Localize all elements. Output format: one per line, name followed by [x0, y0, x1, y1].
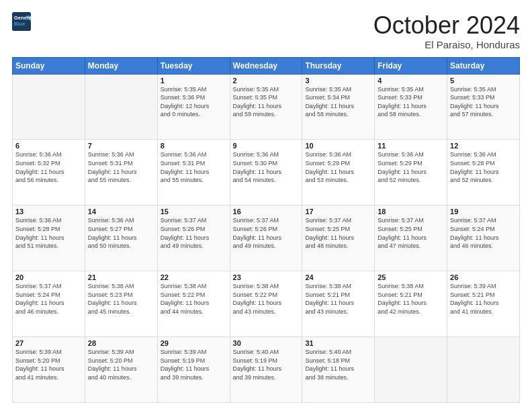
- day-number: 29: [161, 339, 227, 347]
- calendar-cell: 13Sunrise: 5:36 AMSunset: 5:28 PMDayligh…: [13, 205, 85, 271]
- calendar-cell: 29Sunrise: 5:39 AMSunset: 5:19 PMDayligh…: [157, 337, 230, 403]
- title-block: October 2024 El Paraiso, Honduras: [373, 12, 520, 50]
- day-info: Sunrise: 5:38 AMSunset: 5:22 PMDaylight:…: [161, 282, 227, 316]
- calendar-cell: 26Sunrise: 5:39 AMSunset: 5:21 PMDayligh…: [447, 271, 520, 337]
- day-number: 31: [305, 339, 371, 347]
- week-row-5: 27Sunrise: 5:39 AMSunset: 5:20 PMDayligh…: [13, 337, 520, 403]
- week-row-4: 20Sunrise: 5:37 AMSunset: 5:24 PMDayligh…: [13, 271, 520, 337]
- header-friday: Friday: [375, 57, 447, 74]
- day-number: 21: [88, 273, 154, 281]
- calendar-cell: 19Sunrise: 5:37 AMSunset: 5:24 PMDayligh…: [447, 205, 520, 271]
- day-number: 27: [15, 339, 82, 347]
- calendar-cell: 4Sunrise: 5:35 AMSunset: 5:33 PMDaylight…: [375, 74, 447, 140]
- day-number: 2: [233, 77, 300, 85]
- day-info: Sunrise: 5:36 AMSunset: 5:29 PMDaylight:…: [305, 150, 371, 184]
- day-number: 10: [305, 142, 371, 150]
- calendar-cell: 15Sunrise: 5:37 AMSunset: 5:26 PMDayligh…: [157, 205, 230, 271]
- day-info: Sunrise: 5:36 AMSunset: 5:29 PMDaylight:…: [378, 150, 444, 184]
- day-number: 5: [450, 77, 517, 85]
- day-info: Sunrise: 5:36 AMSunset: 5:28 PMDaylight:…: [15, 216, 82, 250]
- calendar-cell: 30Sunrise: 5:40 AMSunset: 5:19 PMDayligh…: [230, 337, 302, 403]
- day-number: 4: [378, 77, 444, 85]
- day-number: 9: [233, 142, 300, 150]
- calendar-cell: 23Sunrise: 5:38 AMSunset: 5:22 PMDayligh…: [230, 271, 302, 337]
- day-info: Sunrise: 5:37 AMSunset: 5:25 PMDaylight:…: [378, 216, 444, 250]
- month-title: October 2024: [373, 12, 520, 39]
- day-number: 28: [88, 339, 154, 347]
- day-info: Sunrise: 5:35 AMSunset: 5:34 PMDaylight:…: [305, 85, 371, 119]
- calendar-cell: 17Sunrise: 5:37 AMSunset: 5:25 PMDayligh…: [302, 205, 375, 271]
- day-info: Sunrise: 5:39 AMSunset: 5:19 PMDaylight:…: [161, 348, 227, 381]
- calendar-cell: 16Sunrise: 5:37 AMSunset: 5:26 PMDayligh…: [230, 205, 302, 271]
- calendar-table: Sunday Monday Tuesday Wednesday Thursday…: [12, 57, 520, 403]
- day-info: Sunrise: 5:38 AMSunset: 5:21 PMDaylight:…: [378, 282, 444, 316]
- calendar-cell: 21Sunrise: 5:38 AMSunset: 5:23 PMDayligh…: [85, 271, 157, 337]
- header-sunday: Sunday: [13, 57, 85, 74]
- day-number: 7: [88, 142, 154, 150]
- calendar-cell: 5Sunrise: 5:35 AMSunset: 5:33 PMDaylight…: [447, 74, 520, 140]
- calendar-cell: [375, 337, 447, 403]
- day-info: Sunrise: 5:40 AMSunset: 5:19 PMDaylight:…: [233, 348, 300, 381]
- calendar-cell: 2Sunrise: 5:35 AMSunset: 5:35 PMDaylight…: [230, 74, 302, 140]
- day-info: Sunrise: 5:39 AMSunset: 5:21 PMDaylight:…: [450, 282, 517, 316]
- day-number: 30: [233, 339, 300, 347]
- logo: General Blue: [12, 12, 34, 31]
- day-info: Sunrise: 5:36 AMSunset: 5:31 PMDaylight:…: [161, 150, 227, 184]
- day-info: Sunrise: 5:40 AMSunset: 5:18 PMDaylight:…: [305, 348, 371, 381]
- calendar-cell: 7Sunrise: 5:36 AMSunset: 5:31 PMDaylight…: [85, 140, 157, 205]
- calendar-cell: 9Sunrise: 5:36 AMSunset: 5:30 PMDaylight…: [230, 140, 302, 205]
- day-number: 15: [161, 208, 227, 216]
- calendar-cell: 11Sunrise: 5:36 AMSunset: 5:29 PMDayligh…: [375, 140, 447, 205]
- calendar-cell: 12Sunrise: 5:36 AMSunset: 5:28 PMDayligh…: [447, 140, 520, 205]
- day-number: 18: [378, 208, 444, 216]
- calendar-cell: [447, 337, 520, 403]
- day-info: Sunrise: 5:35 AMSunset: 5:33 PMDaylight:…: [378, 85, 444, 119]
- location-subtitle: El Paraiso, Honduras: [373, 39, 520, 50]
- day-info: Sunrise: 5:37 AMSunset: 5:24 PMDaylight:…: [15, 282, 82, 316]
- day-number: 14: [88, 208, 154, 216]
- week-row-2: 6Sunrise: 5:36 AMSunset: 5:32 PMDaylight…: [13, 140, 520, 205]
- calendar-cell: 27Sunrise: 5:39 AMSunset: 5:20 PMDayligh…: [13, 337, 85, 403]
- day-info: Sunrise: 5:36 AMSunset: 5:31 PMDaylight:…: [88, 150, 154, 184]
- day-info: Sunrise: 5:35 AMSunset: 5:33 PMDaylight:…: [450, 85, 517, 119]
- calendar-cell: 22Sunrise: 5:38 AMSunset: 5:22 PMDayligh…: [157, 271, 230, 337]
- svg-text:Blue: Blue: [14, 21, 26, 27]
- calendar-cell: 14Sunrise: 5:36 AMSunset: 5:27 PMDayligh…: [85, 205, 157, 271]
- calendar-cell: 10Sunrise: 5:36 AMSunset: 5:29 PMDayligh…: [302, 140, 375, 205]
- day-info: Sunrise: 5:36 AMSunset: 5:30 PMDaylight:…: [233, 150, 300, 184]
- day-number: 24: [305, 273, 371, 281]
- week-row-3: 13Sunrise: 5:36 AMSunset: 5:28 PMDayligh…: [13, 205, 520, 271]
- calendar-cell: [13, 74, 85, 140]
- day-info: Sunrise: 5:37 AMSunset: 5:24 PMDaylight:…: [450, 216, 517, 250]
- svg-text:General: General: [14, 15, 31, 21]
- calendar-cell: [85, 74, 157, 140]
- day-number: 20: [15, 273, 82, 281]
- calendar-cell: 6Sunrise: 5:36 AMSunset: 5:32 PMDaylight…: [13, 140, 85, 205]
- calendar-cell: 31Sunrise: 5:40 AMSunset: 5:18 PMDayligh…: [302, 337, 375, 403]
- day-number: 1: [161, 77, 227, 85]
- day-info: Sunrise: 5:35 AMSunset: 5:35 PMDaylight:…: [233, 85, 300, 119]
- calendar-cell: 18Sunrise: 5:37 AMSunset: 5:25 PMDayligh…: [375, 205, 447, 271]
- calendar-cell: 20Sunrise: 5:37 AMSunset: 5:24 PMDayligh…: [13, 271, 85, 337]
- header-monday: Monday: [85, 57, 157, 74]
- day-info: Sunrise: 5:36 AMSunset: 5:27 PMDaylight:…: [88, 216, 154, 250]
- day-number: 26: [450, 273, 517, 281]
- header-saturday: Saturday: [447, 57, 520, 74]
- day-number: 11: [378, 142, 444, 150]
- day-info: Sunrise: 5:39 AMSunset: 5:20 PMDaylight:…: [15, 348, 82, 381]
- calendar-cell: 1Sunrise: 5:35 AMSunset: 5:36 PMDaylight…: [157, 74, 230, 140]
- day-number: 25: [378, 273, 444, 281]
- day-number: 17: [305, 208, 371, 216]
- calendar-cell: 28Sunrise: 5:39 AMSunset: 5:20 PMDayligh…: [85, 337, 157, 403]
- calendar-cell: 24Sunrise: 5:38 AMSunset: 5:21 PMDayligh…: [302, 271, 375, 337]
- day-info: Sunrise: 5:38 AMSunset: 5:22 PMDaylight:…: [233, 282, 300, 316]
- day-number: 22: [161, 273, 227, 281]
- day-info: Sunrise: 5:36 AMSunset: 5:32 PMDaylight:…: [15, 150, 82, 184]
- calendar-cell: 25Sunrise: 5:38 AMSunset: 5:21 PMDayligh…: [375, 271, 447, 337]
- day-number: 19: [450, 208, 517, 216]
- week-row-1: 1Sunrise: 5:35 AMSunset: 5:36 PMDaylight…: [13, 74, 520, 140]
- day-info: Sunrise: 5:37 AMSunset: 5:26 PMDaylight:…: [233, 216, 300, 250]
- calendar-cell: 8Sunrise: 5:36 AMSunset: 5:31 PMDaylight…: [157, 140, 230, 205]
- calendar-header-row: Sunday Monday Tuesday Wednesday Thursday…: [13, 57, 520, 74]
- page-header: General Blue October 2024 El Paraiso, Ho…: [12, 12, 520, 50]
